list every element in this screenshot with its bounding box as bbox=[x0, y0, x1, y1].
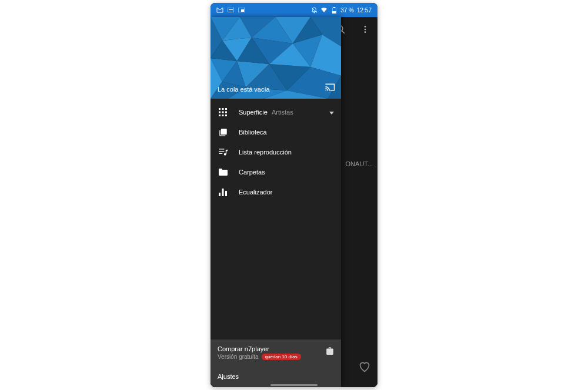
svg-rect-53 bbox=[222, 189, 224, 196]
svg-rect-47 bbox=[219, 149, 224, 149]
gmail-icon bbox=[216, 6, 223, 14]
drawer-item-surface[interactable]: Superficie Artistas bbox=[211, 102, 341, 122]
status-left bbox=[216, 6, 245, 14]
playlist-icon bbox=[218, 147, 228, 157]
drawer-header[interactable]: La cola está vacía bbox=[211, 17, 341, 99]
phone-frame: 37 % 12:57 ONAUT... bbox=[211, 3, 377, 387]
drawer-item-equalizer[interactable]: Ecualizador bbox=[211, 182, 341, 202]
card-icon bbox=[227, 6, 234, 14]
library-icon bbox=[218, 127, 228, 137]
svg-rect-3 bbox=[241, 9, 244, 12]
navigation-drawer: La cola está vacía Superficie Artistas bbox=[211, 17, 341, 387]
drawer-item-label: Lista reproducción bbox=[239, 149, 292, 156]
purchase-title: Comprar n7player bbox=[218, 345, 334, 352]
svg-rect-42 bbox=[222, 112, 224, 113]
svg-rect-41 bbox=[219, 112, 220, 113]
svg-point-9 bbox=[365, 26, 366, 28]
home-indicator[interactable] bbox=[270, 384, 318, 386]
drawer-item-library[interactable]: Biblioteca bbox=[211, 122, 341, 142]
svg-rect-39 bbox=[222, 108, 224, 110]
drawer-item-playlist[interactable]: Lista reproducción bbox=[211, 142, 341, 162]
drawer-item-folders[interactable]: Carpetas bbox=[211, 162, 341, 182]
drawer-item-label: Biblioteca bbox=[239, 129, 267, 136]
more-menu-button[interactable] bbox=[356, 21, 374, 38]
cast-button[interactable] bbox=[325, 83, 335, 94]
svg-rect-45 bbox=[222, 115, 224, 116]
svg-rect-54 bbox=[225, 191, 227, 196]
drawer-item-sublabel: Artistas bbox=[272, 109, 293, 116]
svg-rect-52 bbox=[219, 193, 220, 196]
settings-label: Ajustes bbox=[218, 373, 239, 380]
svg-rect-43 bbox=[225, 112, 227, 113]
drawer-items: Superficie Artistas Biblioteca bbox=[211, 99, 341, 339]
grid-icon bbox=[218, 107, 228, 117]
dnd-icon bbox=[310, 6, 318, 14]
svg-rect-6 bbox=[332, 11, 336, 14]
svg-point-11 bbox=[365, 31, 366, 33]
svg-rect-48 bbox=[219, 151, 224, 152]
battery-icon bbox=[330, 6, 338, 14]
trial-badge: quedan 10 días bbox=[262, 354, 301, 360]
shop-icon bbox=[326, 347, 334, 357]
wifi-icon bbox=[320, 6, 328, 14]
svg-point-10 bbox=[365, 29, 366, 31]
svg-rect-46 bbox=[225, 115, 227, 116]
drawer-footer: Comprar n7player Versión gratuita quedan… bbox=[211, 339, 341, 387]
pip-icon bbox=[238, 6, 245, 14]
app-content: ONAUT... bbox=[211, 17, 377, 387]
favorite-button[interactable] bbox=[359, 361, 370, 375]
clock: 12:57 bbox=[357, 7, 372, 14]
svg-rect-40 bbox=[225, 108, 227, 110]
svg-rect-49 bbox=[219, 153, 222, 153]
drawer-item-label: Superficie bbox=[239, 109, 268, 116]
svg-rect-38 bbox=[219, 108, 220, 110]
drawer-item-label: Carpetas bbox=[239, 169, 265, 176]
purchase-section[interactable]: Comprar n7player Versión gratuita quedan… bbox=[211, 339, 341, 366]
equalizer-icon bbox=[218, 187, 228, 197]
chevron-down-icon bbox=[329, 109, 334, 116]
svg-rect-1 bbox=[229, 9, 233, 10]
drawer-item-label: Ecualizador bbox=[239, 189, 272, 196]
svg-rect-44 bbox=[219, 115, 220, 116]
status-right: 37 % 12:57 bbox=[310, 6, 372, 14]
queue-status-text: La cola está vacía bbox=[218, 86, 270, 93]
battery-percent: 37 % bbox=[340, 7, 354, 14]
status-bar: 37 % 12:57 bbox=[211, 3, 377, 17]
svg-line-8 bbox=[342, 31, 345, 33]
background-text: ONAUT... bbox=[346, 160, 373, 167]
folder-icon bbox=[218, 167, 228, 177]
version-text: Versión gratuita bbox=[218, 354, 259, 360]
